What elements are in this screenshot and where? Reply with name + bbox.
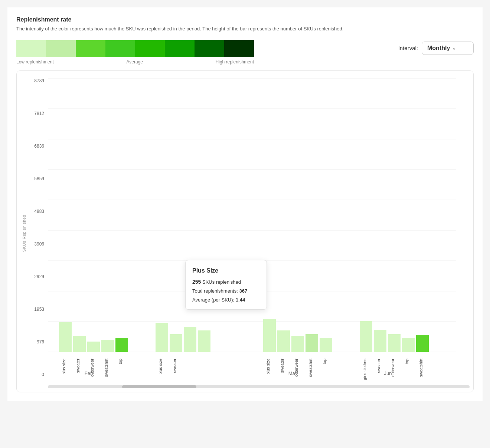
interval-value: Monthly	[427, 45, 450, 52]
y-tick-10: 0	[42, 372, 44, 377]
bar-mar-plus-size[interactable]	[156, 323, 168, 352]
bar-may-sweater[interactable]	[277, 330, 290, 352]
cat-feb-plus-size: plus size	[62, 359, 66, 375]
bar-feb-top[interactable]	[115, 338, 128, 352]
bar-jun-sweater[interactable]	[374, 330, 386, 352]
y-axis-label-container: SKUs Replenished	[20, 78, 28, 388]
legend-interval-row: Low replenishment Average High replenish…	[16, 40, 474, 65]
interval-dropdown[interactable]: Monthly ⌄	[422, 42, 474, 55]
y-axis: 8789 7812 6836 5859 4883 3906 2929 1953 …	[29, 78, 48, 388]
color-block-5	[135, 40, 165, 57]
bar-jun-top[interactable]	[402, 338, 415, 352]
cat-feb-outerwear: outerwear	[90, 358, 94, 376]
chart-svg: Feb plus size sweater outerwear sweatshi…	[48, 78, 456, 382]
cat-feb-top: top	[118, 359, 122, 364]
color-scale	[16, 40, 254, 57]
cat-may-top: top	[322, 359, 327, 364]
y-tick-6: 3906	[34, 241, 44, 247]
cat-jun-sweater: sweater	[376, 358, 381, 373]
bar-feb-sweater[interactable]	[73, 336, 86, 352]
y-tick-7: 2929	[34, 274, 44, 279]
y-tick-2: 7812	[34, 111, 44, 116]
chart-inner: SKUs Replenished 8789 7812 6836 5859 488…	[20, 78, 470, 388]
y-tick-3: 6836	[34, 144, 44, 149]
cat-feb-sweatshirt: sweatshirt	[104, 359, 108, 377]
y-tick-9: 976	[37, 339, 44, 345]
cat-may-outerwear: outerwear	[294, 358, 298, 376]
cat-mar-plus-size: plus size	[158, 359, 163, 375]
y-axis-label: SKUs Replenished	[22, 214, 26, 251]
chevron-down-icon: ⌄	[452, 46, 456, 51]
cat-may-sweater: sweater	[280, 358, 284, 373]
color-block-1	[16, 40, 46, 57]
bar-feb-outerwear[interactable]	[87, 342, 100, 352]
color-block-2	[46, 40, 76, 57]
section-description: The intensity of the color represents ho…	[16, 25, 474, 33]
interval-section: Interval: Monthly ⌄	[398, 42, 474, 55]
cat-feb-sweater: sweater	[76, 358, 80, 373]
cat-jun-sweatshirt: sweatshirt	[419, 359, 423, 377]
chart-container: SKUs Replenished 8789 7812 6836 5859 488…	[16, 70, 474, 392]
bar-apr1[interactable]	[184, 327, 196, 352]
cat-jun-outerwear: outerwear	[391, 358, 395, 376]
y-tick-5: 4883	[34, 209, 44, 214]
bar-jun-sweatshirt[interactable]	[416, 335, 429, 352]
y-tick-1: 8789	[34, 78, 44, 83]
legend-labels: Low replenishment Average High replenish…	[16, 59, 254, 65]
cat-jun-top: top	[405, 359, 409, 364]
chart-svg-wrapper: Feb plus size sweater outerwear sweatshi…	[48, 78, 470, 382]
legend-section: Low replenishment Average High replenish…	[16, 40, 254, 65]
bar-feb-sweatshirt[interactable]	[101, 340, 114, 352]
bar-may-top[interactable]	[320, 338, 332, 352]
legend-low: Low replenishment	[16, 59, 54, 65]
legend-high: High replenishment	[216, 59, 254, 65]
color-block-8	[224, 40, 254, 57]
interval-label: Interval:	[398, 45, 418, 51]
replenishment-rate-section: Replenishment rate The intensity of the …	[7, 7, 483, 401]
bar-feb-plus-size[interactable]	[59, 322, 72, 352]
bar-may-sweatshirt[interactable]	[306, 334, 318, 352]
bar-jun-girls-clothes[interactable]	[360, 321, 372, 352]
bar-apr2[interactable]	[198, 330, 210, 352]
y-tick-8: 1953	[34, 307, 44, 312]
y-tick-4: 5859	[34, 176, 44, 181]
color-block-3	[76, 40, 105, 57]
chart-area[interactable]: Feb plus size sweater outerwear sweatshi…	[48, 78, 470, 388]
color-block-7	[195, 40, 224, 57]
cat-may-sweatshirt: sweatshirt	[308, 359, 313, 377]
scrollbar-track[interactable]	[48, 385, 470, 388]
bar-may-outerwear[interactable]	[291, 336, 304, 352]
section-title: Replenishment rate	[16, 16, 474, 23]
color-block-4	[105, 40, 135, 57]
cat-jun-girls-clothes: girls clothes	[362, 358, 367, 380]
color-block-6	[165, 40, 195, 57]
cat-may-plus-size: plus size	[266, 359, 270, 375]
scrollbar-thumb[interactable]	[122, 385, 196, 388]
legend-average: Average	[126, 59, 143, 65]
cat-mar-sweater: sweater	[172, 358, 177, 373]
bar-may-plus-size[interactable]	[263, 319, 276, 352]
bar-mar-sweater[interactable]	[170, 334, 182, 352]
bar-jun-outerwear[interactable]	[388, 334, 401, 352]
